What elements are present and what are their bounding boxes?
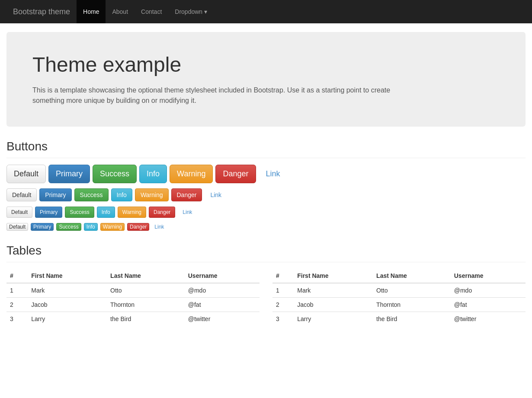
- cell-first: Larry: [28, 312, 107, 326]
- col-num-2: #: [272, 269, 294, 283]
- btn-primary-lg[interactable]: Primary: [48, 165, 90, 183]
- btn-link-sm[interactable]: Link: [178, 207, 197, 218]
- cell-first: Jacob: [294, 298, 373, 312]
- button-row-sm: Default Primary Success Info Warning Dan…: [6, 207, 526, 218]
- col-num-1: #: [6, 269, 28, 283]
- btn-warning-lg[interactable]: Warning: [170, 165, 213, 183]
- cell-first: Mark: [294, 283, 373, 298]
- btn-info-xs[interactable]: Info: [84, 223, 98, 231]
- col-username-2: Username: [451, 269, 526, 283]
- cell-last: the Bird: [107, 312, 185, 326]
- nav-link-home[interactable]: Home: [77, 0, 106, 23]
- button-row-md: Default Primary Success Info Warning Dan…: [6, 188, 526, 201]
- cell-num: 3: [6, 312, 28, 326]
- btn-link-lg[interactable]: Link: [259, 165, 288, 183]
- btn-link-xs[interactable]: Link: [152, 223, 167, 231]
- table-2: # First Name Last Name Username 1 Mark O…: [272, 269, 526, 326]
- btn-danger-sm[interactable]: Danger: [149, 207, 175, 218]
- btn-success-md[interactable]: Success: [74, 188, 109, 201]
- btn-warning-md[interactable]: Warning: [135, 188, 169, 201]
- buttons-heading: Buttons: [6, 140, 526, 158]
- table-1-header-row: # First Name Last Name Username: [6, 269, 260, 283]
- btn-primary-xs[interactable]: Primary: [31, 223, 54, 231]
- cell-num: 2: [272, 298, 294, 312]
- cell-num: 2: [6, 298, 28, 312]
- nav-item-home[interactable]: Home: [77, 0, 106, 23]
- col-lastname-2: Last Name: [373, 269, 451, 283]
- table-1-head: # First Name Last Name Username: [6, 269, 260, 283]
- cell-last: Thornton: [107, 298, 185, 312]
- jumbotron: Theme example This is a template showcas…: [6, 32, 526, 127]
- btn-link-md[interactable]: Link: [205, 188, 227, 201]
- btn-danger-md[interactable]: Danger: [171, 188, 202, 201]
- btn-primary-sm[interactable]: Primary: [35, 207, 62, 218]
- btn-info-md[interactable]: Info: [111, 188, 132, 201]
- btn-success-xs[interactable]: Success: [56, 223, 81, 231]
- nav-link-about[interactable]: About: [106, 0, 135, 23]
- jumbotron-heading: Theme example: [32, 53, 500, 76]
- cell-username: @mdo: [451, 283, 526, 298]
- btn-success-sm[interactable]: Success: [65, 207, 94, 218]
- cell-username: @twitter: [451, 312, 526, 326]
- btn-info-lg[interactable]: Info: [139, 165, 167, 183]
- navbar: Bootstrap theme Home About Contact Dropd…: [0, 0, 532, 23]
- nav-item-dropdown[interactable]: Dropdown ▾: [168, 0, 214, 23]
- cell-num: 1: [6, 283, 28, 298]
- btn-danger-xs[interactable]: Danger: [127, 223, 149, 231]
- cell-username: @fat: [451, 298, 526, 312]
- navbar-nav: Home About Contact Dropdown ▾: [77, 0, 214, 23]
- cell-first: Jacob: [28, 298, 107, 312]
- table-row: 1 Mark Otto @mdo: [6, 283, 260, 298]
- cell-last: the Bird: [373, 312, 451, 326]
- cell-first: Mark: [28, 283, 107, 298]
- cell-last: Otto: [373, 283, 451, 298]
- col-lastname-1: Last Name: [107, 269, 185, 283]
- cell-first: Larry: [294, 312, 373, 326]
- table-row: 3 Larry the Bird @twitter: [6, 312, 260, 326]
- btn-danger-lg[interactable]: Danger: [215, 165, 256, 183]
- btn-success-lg[interactable]: Success: [93, 165, 137, 183]
- jumbotron-description: This is a template showcasing the option…: [32, 85, 422, 106]
- tables-heading: Tables: [6, 244, 526, 262]
- table-2-head: # First Name Last Name Username: [272, 269, 526, 283]
- cell-username: @mdo: [185, 283, 260, 298]
- cell-username: @fat: [185, 298, 260, 312]
- table-row: 2 Jacob Thornton @fat: [272, 298, 526, 312]
- cell-num: 1: [272, 283, 294, 298]
- table-2-body: 1 Mark Otto @mdo 2 Jacob Thornton @fat 3…: [272, 283, 526, 326]
- col-firstname-2: First Name: [294, 269, 373, 283]
- col-username-1: Username: [185, 269, 260, 283]
- btn-default-md[interactable]: Default: [6, 188, 37, 201]
- btn-warning-xs[interactable]: Warning: [100, 223, 125, 231]
- table-2-header-row: # First Name Last Name Username: [272, 269, 526, 283]
- nav-link-contact[interactable]: Contact: [135, 0, 168, 23]
- cell-last: Otto: [107, 283, 185, 298]
- table-row: 2 Jacob Thornton @fat: [6, 298, 260, 312]
- table-row: 1 Mark Otto @mdo: [272, 283, 526, 298]
- btn-default-xs[interactable]: Default: [6, 223, 28, 231]
- tables-wrapper: # First Name Last Name Username 1 Mark O…: [6, 269, 526, 326]
- col-firstname-1: First Name: [28, 269, 107, 283]
- nav-link-dropdown[interactable]: Dropdown ▾: [168, 0, 214, 23]
- btn-info-sm[interactable]: Info: [97, 207, 115, 218]
- cell-username: @twitter: [185, 312, 260, 326]
- table-row: 3 Larry the Bird @twitter: [272, 312, 526, 326]
- navbar-brand[interactable]: Bootstrap theme: [6, 0, 77, 23]
- btn-warning-sm[interactable]: Warning: [118, 207, 146, 218]
- table-1: # First Name Last Name Username 1 Mark O…: [6, 269, 260, 326]
- btn-default-sm[interactable]: Default: [6, 207, 32, 218]
- table-right: # First Name Last Name Username 1 Mark O…: [272, 269, 526, 326]
- table-1-body: 1 Mark Otto @mdo 2 Jacob Thornton @fat 3…: [6, 283, 260, 326]
- btn-default-lg[interactable]: Default: [6, 165, 46, 183]
- cell-last: Thornton: [373, 298, 451, 312]
- table-left: # First Name Last Name Username 1 Mark O…: [6, 269, 260, 326]
- button-row-xs: Default Primary Success Info Warning Dan…: [6, 223, 526, 231]
- main-content: Buttons Default Primary Success Info War…: [0, 140, 532, 326]
- btn-primary-md[interactable]: Primary: [39, 188, 71, 201]
- cell-num: 3: [272, 312, 294, 326]
- button-row-lg: Default Primary Success Info Warning Dan…: [6, 165, 526, 183]
- nav-item-contact[interactable]: Contact: [135, 0, 168, 23]
- nav-item-about[interactable]: About: [106, 0, 135, 23]
